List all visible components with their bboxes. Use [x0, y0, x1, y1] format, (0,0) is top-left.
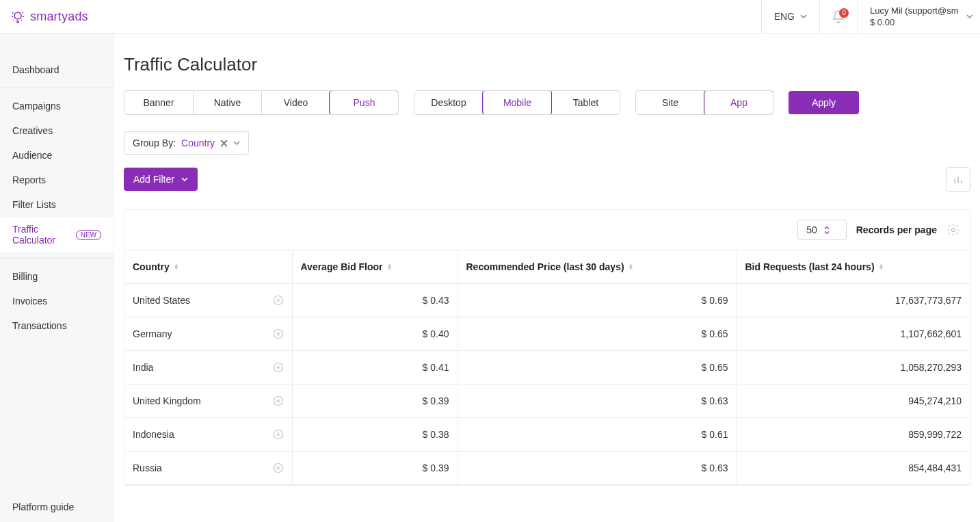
- apply-button[interactable]: Apply: [789, 91, 859, 114]
- column-header-recommended-price[interactable]: Recommended Price (last 30 days) ▲▼: [458, 250, 737, 284]
- column-header-country[interactable]: Country ▲▼: [124, 250, 292, 284]
- sidebar-item-reports[interactable]: Reports: [0, 168, 114, 192]
- cell-avg: $ 0.43: [292, 284, 458, 317]
- user-name: Lucy Mil (support@sma: [870, 5, 959, 16]
- country-name: United States: [133, 295, 190, 306]
- sidebar-item-billing[interactable]: Billing: [0, 264, 114, 289]
- cell-rec: $ 0.65: [458, 351, 737, 384]
- sidebar-item-campaigns[interactable]: Campaigns: [0, 94, 114, 118]
- column-header-bid-requests[interactable]: Bid Requests (last 24 hours) ▲▼: [737, 250, 970, 284]
- format-segment: Banner Native Video Push: [124, 90, 399, 115]
- device-option-desktop[interactable]: Desktop: [414, 91, 483, 114]
- data-table: Country ▲▼ Average Bid Floor ▲▼ Recommen…: [124, 250, 970, 485]
- filter-row: Banner Native Video Push Desktop Mobile …: [124, 90, 970, 115]
- notifications-badge: 0: [839, 8, 849, 18]
- cell-req: 1,058,270,293: [737, 351, 970, 384]
- format-option-video[interactable]: Video: [261, 91, 330, 114]
- device-option-mobile[interactable]: Mobile: [483, 91, 551, 114]
- table-settings-button[interactable]: [946, 223, 960, 237]
- nav-separator: [0, 258, 114, 259]
- cell-rec: $ 0.69: [458, 284, 737, 317]
- cell-country: Indonesia: [124, 418, 292, 452]
- records-per-page-select[interactable]: 50: [797, 220, 847, 240]
- topbar-right: ENG 0 Lucy Mil (support@sma $ 0.00: [761, 0, 980, 33]
- sidebar-item-label: Billing: [12, 271, 38, 282]
- chevron-down-icon: [800, 13, 807, 20]
- column-header-avg-bid-floor[interactable]: Average Bid Floor ▲▼: [292, 250, 458, 284]
- platform-guide-link[interactable]: Platform guide: [0, 492, 114, 522]
- format-option-banner[interactable]: Banner: [124, 91, 193, 114]
- table-row: Indonesia$ 0.38$ 0.61859,999,722: [124, 418, 970, 452]
- topbar: smartyads ENG 0 Lucy Mil (support@sma $ …: [0, 0, 980, 34]
- plus-circle-icon[interactable]: [273, 429, 284, 440]
- nav-separator: [0, 88, 114, 88]
- user-balance: $ 0.00: [870, 17, 895, 27]
- table-row: India$ 0.41$ 0.651,058,270,293: [124, 351, 970, 384]
- device-option-tablet[interactable]: Tablet: [551, 91, 620, 114]
- sidebar-item-label: Reports: [12, 174, 46, 185]
- group-by-chip[interactable]: Group By: Country: [124, 131, 249, 155]
- sidebar-item-label: Invoices: [12, 296, 47, 306]
- sidebar-item-label: Audience: [12, 150, 52, 161]
- cell-rec: $ 0.63: [458, 452, 737, 485]
- brand-name: smartyads: [30, 10, 88, 24]
- column-label: Recommended Price (last 30 days): [466, 261, 624, 272]
- sidebar-item-filter-lists[interactable]: Filter Lists: [0, 192, 114, 217]
- svg-point-0: [14, 12, 21, 19]
- sidebar-item-transactions[interactable]: Transactions: [0, 313, 114, 338]
- plus-circle-icon[interactable]: [273, 328, 284, 339]
- sidebar-item-audience[interactable]: Audience: [0, 143, 114, 168]
- country-name: India: [133, 362, 153, 373]
- add-filter-button[interactable]: Add Filter: [124, 168, 198, 191]
- records-per-page-label: Records per page: [856, 224, 937, 235]
- sidebar-item-creatives[interactable]: Creatives: [0, 118, 114, 143]
- add-filter-label: Add Filter: [133, 174, 174, 185]
- plus-circle-icon[interactable]: [273, 395, 284, 406]
- bar-chart-icon: [953, 174, 964, 185]
- plus-circle-icon[interactable]: [273, 362, 284, 373]
- records-per-page-value: 50: [806, 224, 817, 235]
- notifications-button[interactable]: 0: [819, 0, 857, 33]
- chevron-down-icon: [181, 177, 188, 181]
- cell-country: Germany: [124, 317, 292, 351]
- sidebar-item-label: Creatives: [12, 125, 53, 136]
- chart-toggle-button[interactable]: [946, 167, 970, 192]
- brand-logo[interactable]: smartyads: [10, 8, 88, 25]
- cell-rec: $ 0.61: [458, 418, 737, 452]
- table-row: United Kingdom$ 0.39$ 0.63945,274,210: [124, 384, 970, 418]
- language-switcher[interactable]: ENG: [761, 0, 819, 33]
- country-name: Germany: [133, 328, 172, 339]
- sidebar-item-label: Campaigns: [12, 101, 61, 112]
- cell-req: 17,637,773,677: [737, 284, 970, 317]
- sidebar-item-label: Filter Lists: [12, 199, 56, 210]
- column-label: Average Bid Floor: [301, 261, 383, 272]
- cell-country: United Kingdom: [124, 384, 292, 418]
- cell-rec: $ 0.63: [458, 384, 737, 418]
- sidebar-item-label: Transactions: [12, 320, 67, 331]
- format-option-native[interactable]: Native: [193, 91, 261, 114]
- inventory-option-app[interactable]: App: [704, 91, 773, 114]
- cell-country: Russia: [124, 452, 292, 485]
- user-menu[interactable]: Lucy Mil (support@sma $ 0.00: [857, 0, 980, 33]
- sort-icon: ▲▼: [174, 263, 179, 270]
- country-name: United Kingdom: [133, 395, 201, 406]
- close-icon[interactable]: [220, 140, 228, 147]
- language-value: ENG: [774, 11, 795, 22]
- inventory-option-site[interactable]: Site: [636, 91, 704, 114]
- sidebar-item-invoices[interactable]: Invoices: [0, 289, 114, 313]
- plus-circle-icon[interactable]: [273, 462, 284, 473]
- plus-circle-icon[interactable]: [273, 295, 284, 306]
- sidebar-item-dashboard[interactable]: Dashboard: [0, 57, 114, 82]
- format-option-push[interactable]: Push: [330, 91, 398, 114]
- cell-req: 1,107,662,601: [737, 317, 970, 351]
- sidebar-item-traffic-calculator[interactable]: Traffic Calculator NEW: [0, 217, 114, 252]
- sidebar: Dashboard Campaigns Creatives Audience R…: [0, 34, 114, 522]
- gear-icon: [946, 223, 960, 237]
- cell-req: 859,999,722: [737, 418, 970, 452]
- cell-avg: $ 0.40: [292, 317, 458, 351]
- chevron-down-icon: [966, 13, 973, 20]
- chevron-down-icon: [233, 140, 240, 146]
- platform-guide-label: Platform guide: [12, 501, 74, 512]
- sidebar-item-label: Traffic Calculator: [12, 224, 72, 246]
- cell-avg: $ 0.39: [292, 452, 458, 485]
